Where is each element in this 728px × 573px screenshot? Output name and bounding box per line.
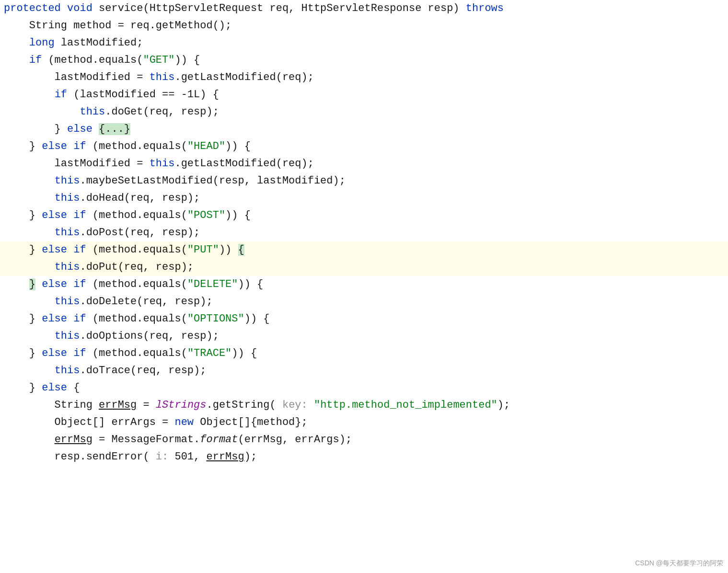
code-line: } else if (method.equals("POST")) { [0, 207, 728, 224]
code-line: } else {...} [0, 121, 728, 138]
code-line: if (method.equals("GET")) { [0, 52, 728, 69]
code-line: } else { [0, 379, 728, 397]
code-line: } else if (method.equals("TRACE")) { [0, 345, 728, 362]
code-line: lastModified = this.getLastModified(req)… [0, 69, 728, 86]
code-line: } else if (method.equals("DELETE")) { [0, 276, 728, 293]
code-line: resp.sendError( i: 501, errMsg); [0, 448, 728, 466]
code-line: this.doOptions(req, resp); [0, 328, 728, 345]
code-line: this.maybeSetLastModified(resp, lastModi… [0, 172, 728, 190]
code-block: protected void service(HttpServletReques… [0, 0, 728, 466]
code-line: this.doPut(req, resp); [0, 259, 728, 276]
code-line: } else if (method.equals("HEAD")) { [0, 138, 728, 155]
code-line: } else if (method.equals("OPTIONS")) { [0, 310, 728, 328]
code-line: this.doHead(req, resp); [0, 190, 728, 207]
code-line: lastModified = this.getLastModified(req)… [0, 155, 728, 172]
code-line: this.doDelete(req, resp); [0, 293, 728, 310]
code-line: String method = req.getMethod(); [0, 17, 728, 34]
code-line: errMsg = MessageFormat.format(errMsg, er… [0, 431, 728, 448]
code-line: long lastModified; [0, 34, 728, 52]
code-line: this.doPost(req, resp); [0, 224, 728, 241]
code-line: this.doGet(req, resp); [0, 103, 728, 121]
code-line: String errMsg = lStrings.getString( key:… [0, 397, 728, 414]
code-line: if (lastModified == -1L) { [0, 86, 728, 103]
code-line: protected void service(HttpServletReques… [0, 0, 728, 17]
watermark: CSDN @每天都要学习的阿荣 [635, 558, 723, 568]
code-line: } else if (method.equals("PUT")) { [0, 241, 728, 259]
code-line: Object[] errArgs = new Object[]{method}; [0, 414, 728, 431]
code-line: this.doTrace(req, resp); [0, 362, 728, 379]
